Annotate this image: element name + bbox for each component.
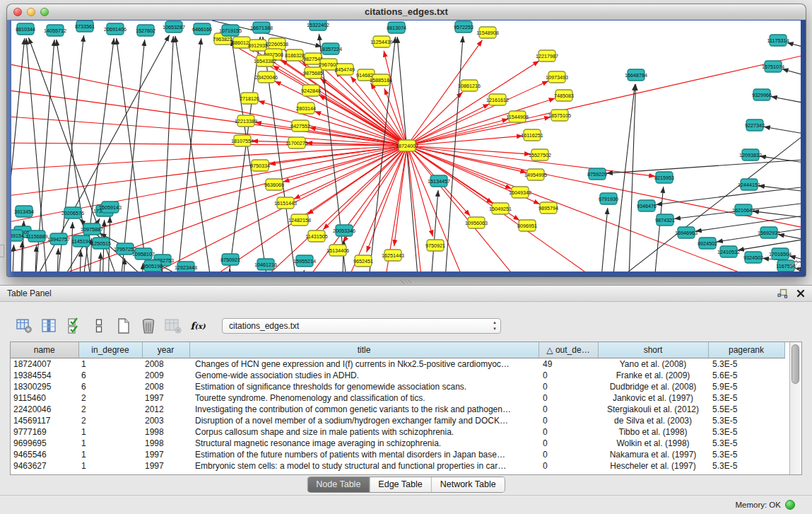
graph-node[interactable]: 10973493 xyxy=(546,71,568,83)
graph-node[interactable]: 12093832 xyxy=(739,149,762,160)
cell-out_degree[interactable]: 0 xyxy=(539,438,598,449)
graph-node[interactable]: 15049251 xyxy=(489,203,512,214)
graph-node[interactable]: 10975887 xyxy=(81,223,103,235)
cell-pagerank[interactable]: 5.3E-5 xyxy=(708,392,784,404)
column-settings-icon[interactable] xyxy=(16,317,34,335)
citation-edge-black[interactable] xyxy=(771,96,801,107)
graph-node[interactable]: 18107554 xyxy=(231,135,254,146)
graph-node[interactable]: 16251443 xyxy=(382,250,404,261)
citation-edge-black[interactable] xyxy=(608,84,635,271)
graph-node[interactable]: 6791930 xyxy=(599,193,618,204)
graph-node[interactable]: 18357224 xyxy=(319,43,342,54)
graph-node[interactable]: 23420046 xyxy=(255,71,278,83)
cell-out_degree[interactable]: 0 xyxy=(539,404,598,415)
column-header-in_degree[interactable]: in_degree xyxy=(78,342,142,358)
graph-node[interactable]: 8750921 xyxy=(220,254,240,265)
graph-node[interactable]: 16671388 xyxy=(250,22,273,33)
citation-edge-black[interactable] xyxy=(598,208,608,271)
graph-node[interactable]: 18724007 xyxy=(396,140,418,151)
graph-node[interactable]: 15134406 xyxy=(326,245,349,256)
graph-node[interactable]: 12213389 xyxy=(235,115,257,127)
network-canvas[interactable]: 1872400779638228860128891293522260538982… xyxy=(11,21,801,271)
graph-node[interactable]: 9346476 xyxy=(637,200,657,211)
graph-node[interactable]: 8186328 xyxy=(285,49,305,61)
cell-year[interactable]: 2012 xyxy=(142,404,189,415)
graph-node[interactable]: 8427552 xyxy=(290,120,310,132)
graph-node[interactable]: 9572253 xyxy=(454,21,473,33)
graph-node[interactable]: 16049342 xyxy=(509,187,531,198)
graph-node[interactable]: 16151443 xyxy=(274,197,297,209)
graph-node[interactable]: 7485083 xyxy=(554,90,574,101)
citation-edge-black[interactable] xyxy=(782,69,801,81)
table-row[interactable]: 911546021997Tourette syndrome. Phenomeno… xyxy=(11,392,784,404)
citation-edge-red[interactable] xyxy=(319,95,407,146)
cell-pagerank[interactable]: 5.3E-5 xyxy=(708,358,784,370)
graph-node[interactable]: 8813074 xyxy=(387,22,406,33)
graph-node[interactable]: 15751074 xyxy=(762,61,784,72)
graph-node[interactable]: 2803144 xyxy=(296,103,316,114)
splitter-handle[interactable] xyxy=(400,279,411,284)
cell-pagerank[interactable]: 5.3E-5 xyxy=(708,438,784,449)
cell-short[interactable]: de Silva et al. (2003) xyxy=(598,415,708,426)
graph-node[interactable]: 15527502 xyxy=(529,149,551,160)
graph-node[interactable]: 20053346 xyxy=(333,225,355,236)
row-height-icon[interactable] xyxy=(90,317,108,335)
cell-name[interactable]: 22420046 xyxy=(11,404,78,415)
table-row[interactable]: 946554611997Estimation of the future num… xyxy=(11,449,784,460)
cell-title[interactable]: Estimation of the future numbers of pati… xyxy=(189,449,539,460)
graph-node[interactable]: 15322402 xyxy=(307,21,329,30)
graph-node[interactable]: 16648784 xyxy=(625,69,647,81)
cell-name[interactable]: 9115460 xyxy=(11,392,78,404)
cell-pagerank[interactable]: 5.3E-5 xyxy=(708,415,784,426)
cell-short[interactable]: Yano et al. (2008) xyxy=(598,358,708,370)
graph-node[interactable]: 15955214 xyxy=(293,255,316,267)
cell-out_degree[interactable]: 49 xyxy=(539,358,598,370)
graph-node[interactable]: 8215953 xyxy=(654,172,674,183)
citation-edge-black[interactable] xyxy=(787,42,801,52)
citation-edge-black[interactable] xyxy=(302,270,304,271)
graph-node[interactable]: 8924502 xyxy=(698,238,717,249)
citation-edge-black[interactable] xyxy=(428,190,438,271)
graph-node[interactable]: 8810344 xyxy=(16,23,35,35)
cell-year[interactable]: 2009 xyxy=(142,370,189,381)
citation-edge-black[interactable] xyxy=(20,241,23,271)
cell-name[interactable]: 18724007 xyxy=(11,358,78,370)
cell-out_degree[interactable]: 0 xyxy=(539,426,598,438)
cell-title[interactable]: Embryonic stem cells: a model to study s… xyxy=(189,460,539,472)
cell-name[interactable]: 9465546 xyxy=(11,449,78,460)
column-header-short[interactable]: short xyxy=(598,342,708,358)
graph-node[interactable]: 16946963 xyxy=(675,227,698,238)
graph-node[interactable]: 11156889 xyxy=(26,230,48,242)
table-scrollbar[interactable] xyxy=(789,342,801,474)
graph-node[interactable]: 15692931 xyxy=(758,227,780,238)
graph-node[interactable]: 8139154 xyxy=(11,230,24,241)
cell-in_degree[interactable]: 1 xyxy=(78,426,142,438)
graph-node[interactable]: 9324502 xyxy=(743,252,763,263)
cell-short[interactable]: Dudbridge et al. (2008) xyxy=(598,381,708,392)
table-row[interactable]: 2242004622012Investigating the contribut… xyxy=(11,404,784,415)
cell-title[interactable]: Investigating the contribution of common… xyxy=(189,404,539,415)
cell-year[interactable]: 1997 xyxy=(142,449,189,460)
graph-node[interactable]: 10719155 xyxy=(219,25,242,36)
cell-short[interactable]: Tibbo et al. (1998) xyxy=(598,426,708,438)
citation-edge-black[interactable] xyxy=(117,38,153,271)
graph-node[interactable]: 9505198 xyxy=(143,260,163,271)
citation-edge-black[interactable] xyxy=(56,248,59,271)
cell-pagerank[interactable]: 5.3E-5 xyxy=(708,460,784,472)
graph-node[interactable]: 8454749 xyxy=(335,64,355,75)
cell-in_degree[interactable]: 1 xyxy=(78,460,142,472)
table-row[interactable]: 1872400712008Changes of HCN gene express… xyxy=(11,358,784,370)
table-row[interactable]: 977716911998Corpus callosum shape and si… xyxy=(11,426,784,438)
graph-node[interactable]: 1250515 xyxy=(91,238,111,249)
graph-node[interactable]: 15885184 xyxy=(370,74,392,86)
citation-edge-black[interactable] xyxy=(98,252,101,271)
graph-node[interactable]: 8759229 xyxy=(587,168,607,180)
citation-edge-black[interactable] xyxy=(760,156,801,165)
citation-edge-black[interactable] xyxy=(228,269,230,271)
cell-year[interactable]: 2003 xyxy=(142,415,189,426)
cell-year[interactable]: 1998 xyxy=(142,438,189,449)
cell-name[interactable]: 9699695 xyxy=(11,438,78,449)
citation-edge-red[interactable] xyxy=(407,92,463,146)
cell-short[interactable]: Franke et al. (2009) xyxy=(598,370,708,381)
graph-node[interactable]: 10956063 xyxy=(465,217,488,228)
